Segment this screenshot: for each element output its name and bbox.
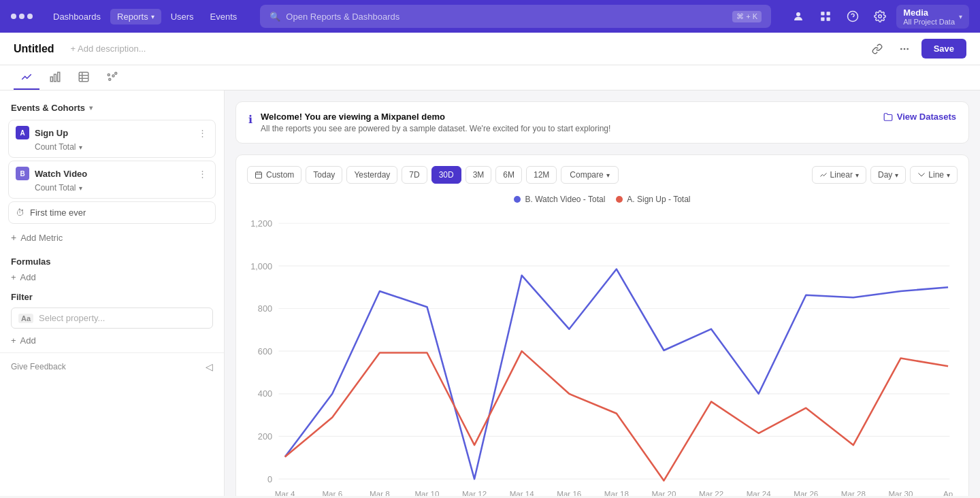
svg-point-18 [112,75,114,77]
svg-text:1,200: 1,200 [250,218,272,229]
add-formula-button[interactable]: + Add [11,271,213,284]
tab-bar-chart[interactable] [42,65,68,90]
3m-button[interactable]: 3M [466,166,492,184]
chart-area: ℹ Welcome! You are viewing a Mixpanel de… [225,90,980,496]
user-icon[interactable] [787,5,809,27]
share-button[interactable] [867,39,887,59]
info-description: All the reports you see are powered by a… [261,124,610,133]
nav-reports[interactable]: Reports ▾ [110,9,161,24]
svg-text:200: 200 [258,431,272,442]
legend-watchvideo-dot [514,196,521,203]
compare-button[interactable]: Compare ▾ [561,166,618,184]
chart-legend: B. Watch Video - Total A. Sign Up - Tota… [247,195,958,204]
first-time-label: First time ever [30,208,86,218]
yesterday-button[interactable]: Yesterday [346,166,397,184]
event-signup-count: Count Total [35,142,76,152]
tab-scatter[interactable] [99,65,125,90]
line-type-button[interactable]: Line ▾ [910,166,958,184]
event-signup-header: A Sign Up ⋮ [16,126,208,139]
event-watchvideo-menu[interactable]: ⋮ [197,167,208,180]
save-button[interactable]: Save [921,39,966,59]
svg-rect-4 [827,18,830,21]
6m-button[interactable]: 6M [495,166,522,184]
events-cohorts-label: Events & Cohorts [11,103,85,113]
add-filter-button[interactable]: + Add [11,334,213,347]
nav-events[interactable]: Events [203,9,244,24]
svg-text:800: 800 [258,303,272,314]
linear-button[interactable]: Linear ▾ [812,166,866,184]
project-selector[interactable]: Media All Project Data ▾ [896,5,969,29]
svg-text:Mar 14: Mar 14 [510,490,535,496]
svg-text:Mar 24: Mar 24 [747,490,772,496]
svg-point-19 [115,72,117,74]
page-title: Untitled [14,43,54,55]
page-header: Untitled + Add description... Save [0,33,980,65]
tab-table[interactable] [71,65,97,90]
svg-rect-3 [821,18,824,21]
nav-users[interactable]: Users [164,9,201,24]
custom-date-button[interactable]: Custom [247,166,301,184]
svg-rect-10 [50,77,52,82]
filter-placeholder: Select property... [39,313,105,323]
tab-line-chart[interactable] [14,65,39,90]
project-chevron-icon: ▾ [959,13,962,20]
event-signup-sub[interactable]: Count Total ▾ [35,142,208,152]
svg-text:400: 400 [258,388,272,399]
info-title: Welcome! You are viewing a Mixpanel demo [261,112,610,122]
add-description[interactable]: + Add description... [71,44,146,54]
legend-signup: A. Sign Up - Total [616,195,690,204]
filter-property-input[interactable]: Aa Select property... [11,308,213,329]
collapse-icon: ◁ [206,361,213,372]
svg-text:Mar 4: Mar 4 [275,490,295,496]
svg-rect-13 [79,72,88,82]
nav-dashboards[interactable]: Dashboards [46,9,108,24]
events-cohorts-header[interactable]: Events & Cohorts ▾ [0,99,224,117]
first-time-item[interactable]: ⏱ First time ever [8,201,216,224]
today-button[interactable]: Today [306,166,342,184]
search-icon: 🔍 [270,12,280,22]
svg-text:Mar 20: Mar 20 [651,490,676,496]
svg-text:Mar 30: Mar 30 [888,490,913,496]
event-watchvideo-sub[interactable]: Count Total ▾ [35,183,208,193]
add-filter-icon: + [11,335,16,346]
help-icon[interactable] [842,5,864,27]
12m-button[interactable]: 12M [526,166,557,184]
event-signup-menu[interactable]: ⋮ [197,127,208,139]
svg-rect-11 [54,74,56,82]
svg-text:0: 0 [267,474,272,484]
svg-text:Mar 8: Mar 8 [370,490,390,496]
line-chevron-icon: ▾ [947,171,950,179]
linear-chevron-icon: ▾ [855,171,859,179]
logo[interactable] [11,14,33,19]
filter-title: Filter [11,292,213,302]
give-feedback-button[interactable]: Give Feedback ◁ [0,352,224,380]
formulas-section: Formulas + Add [0,248,224,284]
project-sub: All Project Data [903,18,955,26]
event-watchvideo-sub-arrow: ▾ [79,184,82,192]
apps-icon[interactable] [815,5,836,27]
7d-button[interactable]: 7D [402,166,427,184]
svg-point-6 [879,15,882,18]
settings-icon[interactable] [869,5,891,27]
legend-watchvideo-label: B. Watch Video - Total [525,195,605,204]
svg-point-8 [903,48,905,50]
compare-chevron-icon: ▾ [606,171,610,179]
legend-signup-label: A. Sign Up - Total [627,195,690,204]
day-button[interactable]: Day ▾ [870,166,906,184]
project-name: Media [903,7,955,18]
event-watchvideo[interactable]: B Watch Video ⋮ Count Total ▾ [8,161,216,199]
add-metric-button[interactable]: + Add Metric [0,227,224,248]
svg-point-9 [906,48,909,50]
more-options-button[interactable] [894,39,915,59]
svg-text:Mar 6: Mar 6 [322,490,342,496]
svg-rect-2 [827,12,830,15]
search-bar[interactable]: 🔍 Open Reports & Dashboards ⌘ + K [260,5,771,28]
30d-button[interactable]: 30D [431,166,461,184]
svg-text:600: 600 [258,346,272,356]
filter-aa-icon: Aa [18,314,33,323]
event-watchvideo-name: Watch Video [35,169,191,179]
legend-signup-dot [616,196,623,203]
view-datasets-button[interactable]: View Datasets [883,112,956,122]
event-signup[interactable]: A Sign Up ⋮ Count Total ▾ [8,120,216,158]
info-banner: ℹ Welcome! You are viewing a Mixpanel de… [235,101,969,144]
